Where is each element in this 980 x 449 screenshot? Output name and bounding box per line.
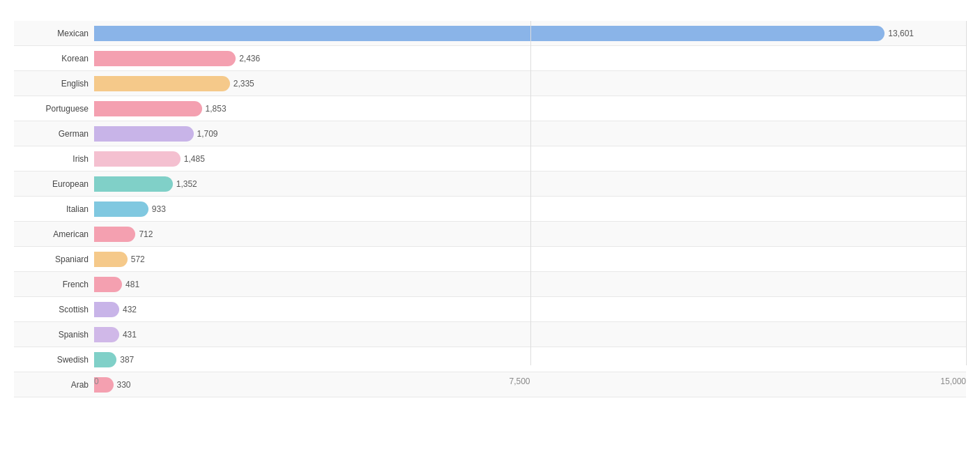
bar-fill: 1,709: [94, 126, 194, 142]
grid-line-right: [966, 21, 967, 365]
bar-fill: 572: [94, 252, 128, 267]
bar-value-label: 481: [125, 280, 139, 289]
x-tick: 15,000: [940, 376, 966, 386]
bar-label: Korean: [14, 54, 94, 63]
x-tick: 0: [94, 376, 99, 386]
bar-row: German1,709: [14, 121, 966, 146]
bar-row: Irish1,485: [14, 146, 966, 172]
bar-value-label: 712: [139, 229, 153, 239]
bar-row: English2,335: [14, 71, 966, 96]
bar-label: German: [14, 129, 94, 139]
bar-fill: 13,601: [94, 26, 885, 41]
bar-fill: 1,485: [94, 151, 181, 167]
bar-label: Portuguese: [14, 104, 94, 114]
bar-label: European: [14, 179, 94, 189]
bar-label: Swedish: [14, 355, 94, 365]
bar-value-label: 572: [131, 254, 145, 264]
bar-fill: 2,436: [94, 51, 236, 66]
bar-row: Italian933: [14, 197, 966, 222]
bar-value-label: 2,335: [233, 79, 254, 89]
bar-fill: 1,352: [94, 176, 173, 192]
bar-value-label: 1,485: [184, 154, 205, 164]
bar-value-label: 1,352: [176, 179, 197, 189]
bar-value-label: 933: [152, 204, 166, 214]
bar-value-label: 1,853: [206, 104, 227, 114]
bars-section: Mexican13,601Korean2,436English2,335Port…: [14, 21, 966, 365]
bar-label: Irish: [14, 154, 94, 164]
x-axis: 07,50015,000: [94, 373, 966, 386]
chart-container: Mexican13,601Korean2,436English2,335Port…: [0, 0, 980, 449]
grid-line-mid: [530, 21, 531, 365]
bar-label: Spanish: [14, 330, 94, 340]
bar-value-label: 13,601: [888, 29, 914, 38]
bar-row: Mexican13,601: [14, 21, 966, 46]
bar-label: Mexican: [14, 29, 94, 38]
bar-value-label: 432: [123, 305, 137, 314]
bar-value-label: 431: [123, 330, 137, 340]
x-tick: 7,500: [509, 376, 530, 386]
bar-value-label: 2,436: [239, 54, 260, 63]
bar-fill: 431: [94, 327, 119, 342]
bar-row: Korean2,436: [14, 46, 966, 71]
bar-fill: 432: [94, 302, 119, 317]
chart-area: Mexican13,601Korean2,436English2,335Port…: [14, 21, 966, 386]
bar-value-label: 387: [120, 355, 134, 365]
bar-label: Scottish: [14, 305, 94, 314]
bar-row: European1,352: [14, 172, 966, 197]
bar-row: Portuguese1,853: [14, 96, 966, 121]
bar-row: Swedish387: [14, 347, 966, 372]
bar-row: Spaniard572: [14, 247, 966, 272]
bar-row: Spanish431: [14, 322, 966, 347]
bar-label: American: [14, 229, 94, 239]
bar-label: Spaniard: [14, 254, 94, 264]
bar-fill: 387: [94, 352, 116, 367]
bar-label: French: [14, 280, 94, 289]
bar-label: Arab: [14, 380, 94, 390]
bar-row: French481: [14, 272, 966, 297]
bar-fill: 481: [94, 277, 122, 292]
bar-row: American712: [14, 222, 966, 247]
bar-label: English: [14, 79, 94, 89]
bar-fill: 933: [94, 201, 148, 217]
bar-fill: 712: [94, 227, 135, 242]
bar-label: Italian: [14, 204, 94, 214]
bar-row: Scottish432: [14, 297, 966, 322]
bar-fill: 1,853: [94, 101, 202, 116]
bar-value-label: 1,709: [197, 129, 218, 139]
bar-fill: 2,335: [94, 76, 230, 91]
